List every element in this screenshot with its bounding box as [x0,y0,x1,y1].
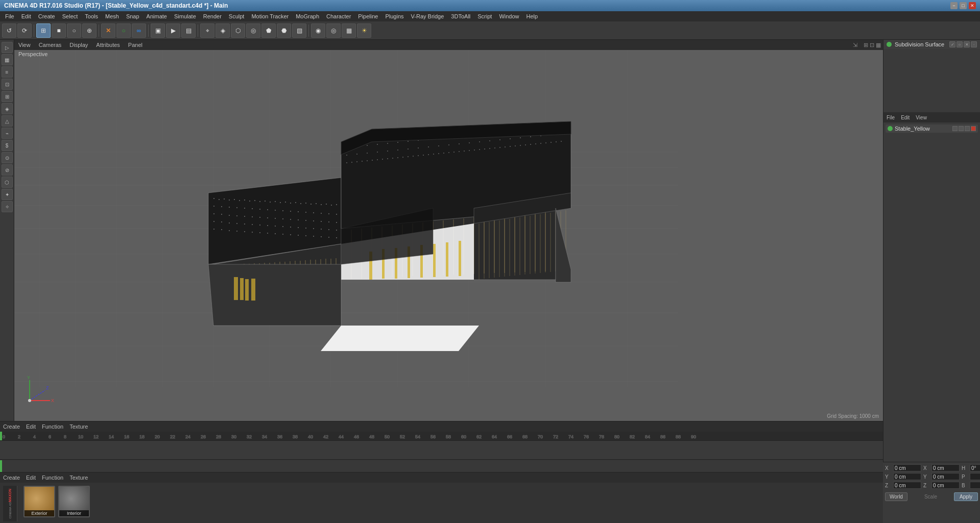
menu-pipeline[interactable]: Pipeline [355,12,381,20]
new-scene-button[interactable]: ⊞ [36,23,51,38]
sidebar-tool11[interactable]: ⊘ [2,164,13,176]
viewport-area[interactable]: View Cameras Display Attributes Panel ⇲ … [14,40,883,421]
x-pos-input[interactable] [893,464,921,471]
tl-create-menu[interactable]: Create [3,424,20,430]
p-rot-input[interactable] [970,473,980,480]
subdiv-dot-ctrl[interactable]: · [971,41,977,47]
menu-tools[interactable]: Tools [82,12,101,20]
tl-function-menu[interactable]: Function [42,424,63,430]
menu-simulate[interactable]: Simulate [171,12,199,20]
sidebar-tool4[interactable]: ⊡ [2,79,13,90]
obj-view-menu[interactable]: View [916,115,927,120]
redo-button[interactable]: ⟳ [17,23,32,38]
menu-animate[interactable]: Animate [144,12,170,20]
obj-icon-4[interactable] [971,126,976,131]
obj-icon-3[interactable] [965,126,970,131]
viewport-panel-menu[interactable]: Panel [126,41,145,49]
maximize-button[interactable]: □ [960,2,967,9]
menu-script[interactable]: Script [474,12,495,20]
viewport-view-menu[interactable]: View [16,41,33,49]
grid-tool[interactable]: ▦ [342,23,356,38]
select-z[interactable]: ∞ [132,23,146,38]
viewport-attributes-menu[interactable]: Attributes [94,41,122,49]
menu-3dtoall[interactable]: 3DToAll [448,12,473,20]
sidebar-tool13[interactable]: ✦ [2,189,13,200]
move-tool[interactable]: ▣ [151,23,165,38]
y-size-input[interactable] [931,473,960,480]
viewport-display-menu[interactable]: Display [67,41,90,49]
sidebar-tool6[interactable]: ◈ [2,103,13,114]
undo-button[interactable]: ↺ [2,23,16,38]
add-button[interactable]: ⊕ [82,23,97,38]
z-size-input[interactable] [931,482,960,489]
obj-edit-menu[interactable]: Edit [901,115,910,120]
sidebar-tool7[interactable]: △ [2,115,13,127]
tl-texture-menu[interactable]: Texture [69,424,88,430]
menu-create[interactable]: Create [35,12,58,20]
sidebar-tool10[interactable]: ⊙ [2,152,13,163]
obj-icon-2[interactable] [959,126,964,131]
render-all[interactable]: ▤ [181,23,196,38]
menu-edit[interactable]: Edit [18,12,34,20]
menu-motion-tracker[interactable]: Motion Tracker [248,12,292,20]
menu-snap[interactable]: Snap [123,12,142,20]
snap-tool[interactable]: ◉ [311,23,325,38]
sidebar-tool5[interactable]: ⊞ [2,91,13,102]
stable-yellow-object[interactable]: Stable_Yellow [886,124,978,133]
sidebar-tool8[interactable]: ⌁ [2,128,13,139]
render-region-button[interactable]: ■ [52,23,66,38]
menu-window[interactable]: Window [496,12,522,20]
menu-plugins[interactable]: Plugins [382,12,407,20]
tool-4[interactable]: ◎ [246,23,260,38]
scene-canvas[interactable]: X Y Z Grid Spacing: 1000 cm [14,50,883,421]
tool-2[interactable]: ◈ [216,23,230,38]
menu-select[interactable]: Select [59,12,81,20]
exterior-material-thumb[interactable]: Exterior [23,486,55,517]
select-y[interactable]: ○ [116,23,131,38]
mat-function-menu[interactable]: Function [42,475,63,481]
sidebar-tool14[interactable]: ✧ [2,201,13,212]
camera-tool[interactable]: ▶ [166,23,180,38]
viewport-cameras-menu[interactable]: Cameras [37,41,64,49]
subdiv-x[interactable]: ✕ [964,41,970,47]
tool-7[interactable]: ▧ [292,23,306,38]
tl-edit-menu[interactable]: Edit [26,424,36,430]
sidebar-tool3[interactable]: ≡ [2,66,13,78]
menu-vray[interactable]: V-Ray Bridge [408,12,447,20]
menu-character[interactable]: Character [323,12,354,20]
menu-sculpt[interactable]: Sculpt [226,12,248,20]
tool-1[interactable]: ⌖ [200,23,214,38]
menu-mograph[interactable]: MoGraph [293,12,322,20]
obj-file-menu[interactable]: File [887,115,895,120]
tool-3[interactable]: ⬡ [231,23,245,38]
magnet-tool[interactable]: ◎ [326,23,341,38]
mat-edit-menu[interactable]: Edit [26,475,36,481]
render-button[interactable]: ○ [67,23,81,38]
close-button[interactable]: ✕ [969,2,976,9]
tool-5[interactable]: ⬟ [261,23,276,38]
subdiv-check[interactable]: ✓ [949,41,955,47]
z-pos-input[interactable] [893,482,921,489]
y-pos-input[interactable] [893,473,921,480]
obj-icon-1[interactable] [952,126,958,131]
viewport-expand-icon[interactable]: ⇲ [853,42,857,48]
minimize-button[interactable]: − [950,2,958,9]
menu-render[interactable]: Render [200,12,225,20]
mat-texture-menu[interactable]: Texture [69,475,88,481]
mat-create-menu[interactable]: Create [3,475,20,481]
h-rot-input[interactable] [970,464,980,471]
apply-button[interactable]: Apply [954,492,978,501]
sidebar-tool2[interactable]: ▦ [2,54,13,65]
sidebar-tool12[interactable]: ⬡ [2,177,13,188]
b-rot-input[interactable] [970,482,980,489]
subdiv-eye[interactable]: ○ [957,41,963,47]
tool-6[interactable]: ⬣ [277,23,291,38]
world-mode-button[interactable]: World [885,492,907,501]
sidebar-tool9[interactable]: $ [2,140,13,151]
x-size-input[interactable] [931,464,960,471]
light-tool[interactable]: ☀ [357,23,371,38]
menu-help[interactable]: Help [523,12,541,20]
subdivision-row[interactable]: Subdivision Surface ✓ ○ ✕ · [883,40,980,49]
sidebar-select[interactable]: ▷ [2,42,13,53]
menu-file[interactable]: File [2,12,17,20]
